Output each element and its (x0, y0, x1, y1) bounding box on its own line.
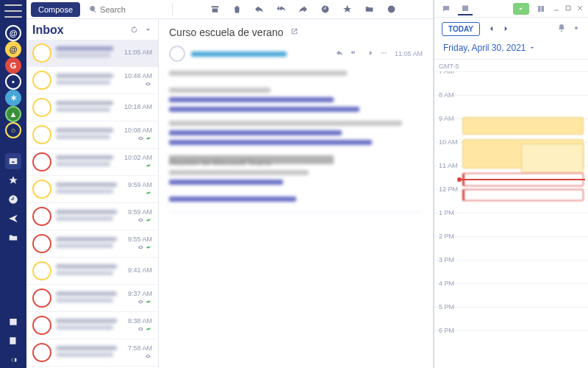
delivered-icon (145, 299, 152, 306)
window-close-icon[interactable] (576, 4, 584, 13)
message-row[interactable]: 9:59 AM (26, 176, 158, 203)
account-avatar[interactable]: @ (5, 25, 21, 41)
message-time: 9:59 AM (128, 181, 152, 188)
chevron-down-icon[interactable] (144, 26, 152, 35)
rail-inbox-icon[interactable] (5, 153, 21, 169)
meeting-heading: Reunión de Microsoft Teams (169, 155, 334, 164)
read-receipt-icon (144, 353, 152, 361)
panel-tab-chat-icon[interactable] (439, 2, 453, 15)
account-avatar[interactable]: ▲ (5, 106, 21, 122)
rail-calendar-icon[interactable] (5, 314, 21, 330)
more-icon[interactable] (385, 4, 397, 15)
archive-icon[interactable] (209, 4, 220, 15)
message-time: 10:18 AM (124, 103, 152, 110)
today-button[interactable]: TODAY (442, 22, 480, 36)
rail-folder-icon[interactable] (5, 230, 21, 246)
calendar-date-picker[interactable]: Friday, April 30, 2021 (434, 40, 588, 60)
notifications-icon[interactable] (557, 24, 566, 34)
refresh-icon[interactable] (130, 26, 138, 35)
message-preview (56, 155, 120, 169)
delete-icon[interactable] (231, 4, 243, 15)
message-row[interactable]: 9:59 AM (26, 203, 158, 230)
account-avatar[interactable]: ○ (5, 122, 21, 138)
search-box[interactable] (85, 3, 173, 16)
rail-clock-icon[interactable] (5, 191, 21, 208)
reader-reply-all-icon[interactable] (351, 49, 358, 58)
sender-name (191, 52, 330, 57)
rail-send-icon[interactable] (5, 210, 21, 227)
search-input[interactable] (100, 5, 151, 14)
prev-day-icon[interactable] (486, 23, 498, 35)
window-chrome (434, 0, 588, 18)
read-receipt-icon (137, 326, 145, 333)
reply-icon[interactable] (253, 4, 265, 15)
reader-time: 11:05 AM (395, 50, 423, 57)
reply-all-icon[interactable] (275, 4, 287, 15)
svg-point-2 (385, 52, 387, 54)
star-icon[interactable] (341, 4, 353, 15)
message-avatar (32, 180, 51, 199)
message-time: 9:59 AM (128, 208, 152, 216)
message-row[interactable]: 11:05 AM (26, 40, 158, 67)
layout-icon[interactable] (534, 2, 548, 15)
message-preview (56, 319, 123, 332)
delivered-icon (145, 217, 152, 224)
snooze-icon[interactable] (319, 4, 331, 15)
message-row[interactable]: 10:08 AM (26, 121, 158, 149)
message-preview (56, 210, 123, 223)
hour-label: 2 PM (439, 233, 454, 240)
reader-forward-icon[interactable] (365, 49, 373, 58)
compose-button[interactable]: Compose (31, 2, 80, 17)
hour-label: 8 AM (439, 91, 454, 99)
reader-reply-icon[interactable] (336, 49, 343, 58)
calendar-settings-icon[interactable] (572, 24, 581, 34)
rail-settings-icon[interactable] (5, 352, 21, 368)
calendar-event[interactable] (462, 117, 584, 135)
account-avatar[interactable]: @ (5, 41, 21, 57)
message-row[interactable]: 9:41 AM (26, 258, 158, 285)
next-day-icon[interactable] (500, 23, 512, 35)
message-row[interactable]: 10:48 AM (26, 67, 158, 94)
timezone-label: GMT-5 (434, 60, 588, 71)
rail-contacts-icon[interactable] (5, 333, 21, 349)
status-ok-icon[interactable] (513, 3, 529, 15)
message-row[interactable]: 7:58 AM (26, 339, 158, 367)
rail-star-icon[interactable] (5, 172, 21, 188)
folder-move-icon[interactable] (363, 4, 375, 15)
message-row[interactable]: 8:38 AM (26, 312, 158, 339)
read-receipt-icon (137, 244, 145, 252)
reader-body: Reunión de Microsoft Teams (169, 71, 423, 213)
account-rail: @@G•✶▲○ (0, 0, 26, 368)
message-avatar (32, 71, 51, 90)
message-row[interactable]: 10:18 AM (26, 94, 158, 121)
toolbar: Compose (26, 0, 433, 19)
calendar-event[interactable] (462, 189, 584, 201)
calendar-grid[interactable]: 7 AM8 AM9 AM10 AM11 AM12 PM1 PM2 PM3 PM4… (434, 71, 588, 368)
message-row[interactable]: 9:55 AM (26, 230, 158, 258)
hamburger-icon[interactable] (4, 4, 22, 18)
hour-label: 7 AM (439, 71, 454, 75)
open-external-icon[interactable] (290, 26, 299, 38)
message-preview (56, 291, 123, 305)
account-avatar[interactable]: • (5, 74, 21, 90)
window-minimize-icon[interactable] (553, 4, 560, 13)
message-preview (56, 46, 120, 60)
reader-more-icon[interactable] (380, 49, 387, 58)
message-row[interactable]: 9:37 AM (26, 285, 158, 312)
message-time: 10:08 AM (124, 127, 152, 134)
panel-tab-calendar-icon[interactable] (458, 2, 473, 15)
message-avatar (32, 343, 51, 362)
account-avatar[interactable]: G (5, 57, 21, 74)
svg-point-1 (383, 52, 384, 54)
message-preview (56, 74, 120, 87)
calendar-event[interactable] (521, 144, 584, 173)
account-avatar[interactable]: ✶ (5, 90, 21, 106)
read-receipt-icon (137, 299, 145, 306)
message-avatar (32, 98, 51, 117)
message-avatar (32, 152, 51, 171)
message-time: 10:48 AM (124, 72, 152, 79)
message-row[interactable]: 10:02 AM (26, 149, 158, 176)
forward-icon[interactable] (297, 4, 309, 15)
mailbox-title: Inbox (32, 24, 64, 37)
window-maximize-icon[interactable] (564, 4, 572, 13)
